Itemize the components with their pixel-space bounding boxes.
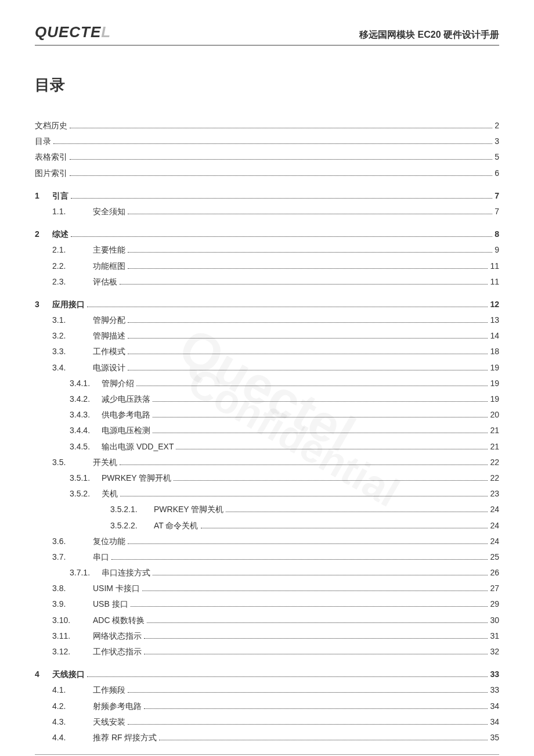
toc-page: 24 bbox=[490, 519, 499, 533]
toc-label: 复位功能 bbox=[93, 534, 125, 549]
toc-number: 4.1. bbox=[52, 683, 93, 697]
toc-entry[interactable]: 4.4.推荐 RF 焊接方式35 bbox=[35, 730, 499, 745]
toc-entry[interactable]: 1.1.安全须知7 bbox=[35, 204, 499, 219]
toc-entry[interactable]: 3.1.管脚分配13 bbox=[35, 313, 499, 327]
toc-entry[interactable]: 3.5.2.2.AT 命令关机24 bbox=[35, 519, 499, 533]
toc-page: 13 bbox=[490, 313, 499, 327]
toc-entry[interactable]: 3.5.开关机22 bbox=[35, 455, 499, 470]
toc-entry[interactable]: 3.4.电源设计19 bbox=[35, 361, 499, 375]
toc-leader-dots bbox=[128, 686, 488, 693]
toc-entry[interactable]: 3.4.2.减少电压跌落19 bbox=[35, 392, 499, 406]
toc-label: 开关机 bbox=[93, 455, 117, 470]
toc-number: 3.4.3. bbox=[70, 408, 102, 422]
toc-leader-dots bbox=[144, 631, 488, 639]
toc-number: 3.5.2.1. bbox=[110, 502, 154, 517]
toc-number: 3 bbox=[35, 297, 52, 312]
toc-entry[interactable]: 文档历史2 bbox=[35, 118, 499, 133]
toc-number: 1.1. bbox=[52, 204, 93, 219]
toc-entry[interactable]: 2.1.主要性能9 bbox=[35, 243, 499, 257]
toc-label: 图片索引 bbox=[35, 166, 67, 181]
toc-number: 3.4.5. bbox=[70, 440, 102, 454]
toc-page: 11 bbox=[490, 259, 499, 273]
toc-number: 3.6. bbox=[52, 534, 93, 549]
toc-leader-dots bbox=[128, 363, 488, 370]
toc-page: 19 bbox=[490, 361, 499, 375]
toc-page: 2 bbox=[495, 118, 499, 133]
toc-number: 4.3. bbox=[52, 715, 93, 729]
toc-entry[interactable]: 3.7.1.串口连接方式26 bbox=[35, 566, 499, 580]
toc-label: 天线接口 bbox=[52, 667, 85, 682]
toc-leader-dots bbox=[71, 230, 492, 237]
toc-leader-dots bbox=[128, 347, 488, 355]
toc-label: 管脚描述 bbox=[93, 329, 125, 343]
toc-label: 网络状态指示 bbox=[93, 629, 142, 643]
toc-number: 2 bbox=[35, 227, 52, 242]
toc-label: 管脚分配 bbox=[93, 313, 125, 327]
toc-entry[interactable]: 4.2.射频参考电路34 bbox=[35, 699, 499, 714]
toc-label: 串口连接方式 bbox=[102, 566, 150, 580]
toc-leader-dots bbox=[128, 315, 488, 323]
toc-number: 4.4. bbox=[52, 730, 93, 745]
toc-page: 24 bbox=[490, 534, 499, 549]
toc-leader-dots bbox=[128, 261, 488, 269]
toc-entry[interactable]: 3.4.5.输出电源 VDD_EXT21 bbox=[35, 440, 499, 454]
toc-label: 推荐 RF 焊接方式 bbox=[93, 730, 157, 745]
toc-number: 3.4.1. bbox=[70, 376, 102, 391]
toc-entry[interactable]: 3.4.4.电源电压检测21 bbox=[35, 423, 499, 438]
toc-entry[interactable]: 3.8.USIM 卡接口27 bbox=[35, 581, 499, 596]
toc-entry[interactable]: 4.1.工作频段33 bbox=[35, 683, 499, 697]
toc-number: 4 bbox=[35, 667, 52, 682]
toc-entry[interactable]: 3.4.1.管脚介绍19 bbox=[35, 376, 499, 391]
toc-page: 24 bbox=[490, 502, 499, 517]
toc-entry[interactable]: 4天线接口33 bbox=[35, 667, 499, 682]
toc-leader-dots bbox=[128, 537, 488, 544]
toc-leader-dots bbox=[120, 458, 488, 465]
toc-number: 3.4.2. bbox=[70, 392, 102, 406]
toc-entry[interactable]: 3.4.3.供电参考电路20 bbox=[35, 408, 499, 422]
toc-entry[interactable]: 3.9.USB 接口29 bbox=[35, 597, 499, 611]
toc-entry[interactable]: 3.5.2.1.PWRKEY 管脚关机24 bbox=[35, 502, 499, 517]
toc-entry[interactable]: 3.11.网络状态指示31 bbox=[35, 629, 499, 643]
toc-page: 18 bbox=[490, 344, 499, 359]
toc-page: 7 bbox=[495, 204, 499, 219]
toc-entry[interactable]: 3.2.管脚描述14 bbox=[35, 329, 499, 343]
toc-number: 4.2. bbox=[52, 699, 93, 714]
toc-entry[interactable]: 3.10.ADC 模数转换30 bbox=[35, 613, 499, 628]
toc-leader-dots bbox=[201, 521, 488, 528]
toc-entry[interactable]: 1引言7 bbox=[35, 189, 499, 203]
toc-leader-dots bbox=[136, 379, 488, 386]
toc-entry[interactable]: 3.12.工作状态指示32 bbox=[35, 645, 499, 659]
toc-entry[interactable]: 4.3.天线安装34 bbox=[35, 715, 499, 729]
toc-entry[interactable]: 图片索引6 bbox=[35, 166, 499, 181]
toc-number: 3.5.2.2. bbox=[110, 519, 154, 533]
toc-entry[interactable]: 3.5.1.PWRKEY 管脚开机22 bbox=[35, 471, 499, 485]
toc-label: 射频参考电路 bbox=[93, 699, 142, 714]
toc-page: 23 bbox=[490, 487, 499, 501]
toc-entry[interactable]: 3.7.串口25 bbox=[35, 550, 499, 564]
toc-page: 6 bbox=[495, 166, 499, 181]
toc-entry[interactable]: 3应用接口12 bbox=[35, 297, 499, 312]
toc-entry[interactable]: 目录3 bbox=[35, 134, 499, 149]
toc-entry[interactable]: 3.3.工作模式18 bbox=[35, 344, 499, 359]
page-header: QUECTEL 移远国网模块 EC20 硬件设计手册 bbox=[35, 23, 499, 46]
toc-leader-dots bbox=[53, 137, 492, 145]
toc-entry[interactable]: 2.2.功能框图11 bbox=[35, 259, 499, 273]
toc-entry[interactable]: 3.5.2.关机23 bbox=[35, 487, 499, 501]
toc-page: 11 bbox=[490, 275, 499, 289]
toc-label: 管脚介绍 bbox=[102, 376, 134, 391]
toc-entry[interactable]: 2综述8 bbox=[35, 227, 499, 242]
toc-entry[interactable]: 2.3.评估板11 bbox=[35, 275, 499, 289]
toc-entry[interactable]: 表格索引5 bbox=[35, 150, 499, 164]
toc-page: 34 bbox=[490, 699, 499, 714]
toc-page: 5 bbox=[495, 150, 499, 164]
toc-label: 综述 bbox=[52, 227, 68, 242]
toc-page: 34 bbox=[490, 715, 499, 729]
toc-leader-dots bbox=[144, 701, 488, 709]
toc-entry[interactable]: 3.6.复位功能24 bbox=[35, 534, 499, 549]
toc-page: 29 bbox=[490, 597, 499, 611]
toc-leader-dots bbox=[226, 505, 488, 513]
toc-leader-dots bbox=[153, 394, 488, 402]
toc-page: 21 bbox=[490, 440, 499, 454]
toc-leader-dots bbox=[128, 332, 488, 339]
toc-leader-dots bbox=[128, 717, 488, 725]
